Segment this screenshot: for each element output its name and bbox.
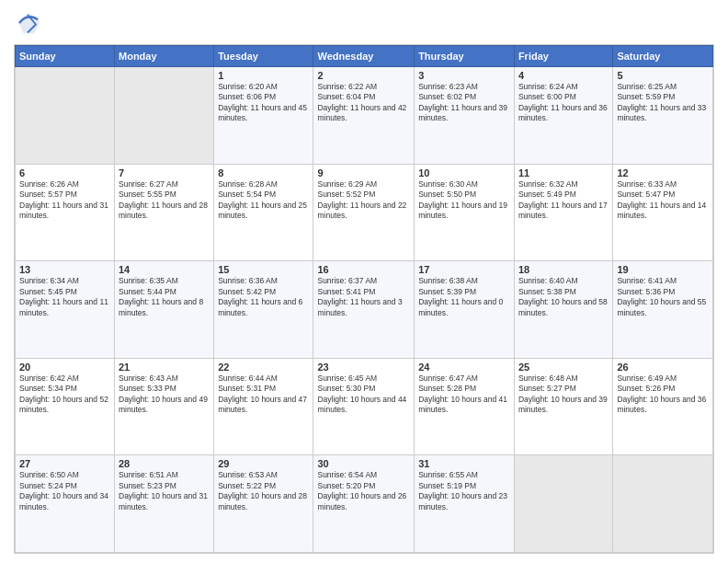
calendar-cell: 14Sunrise: 6:35 AMSunset: 5:44 PMDayligh… (115, 261, 214, 359)
calendar-cell: 20Sunrise: 6:42 AMSunset: 5:34 PMDayligh… (16, 358, 115, 455)
calendar-cell: 2Sunrise: 6:22 AMSunset: 6:04 PMDaylight… (313, 67, 415, 165)
calendar-cell: 13Sunrise: 6:34 AMSunset: 5:45 PMDayligh… (16, 261, 115, 359)
day-info: Sunrise: 6:43 AMSunset: 5:33 PMDaylight:… (119, 373, 210, 416)
calendar-cell: 7Sunrise: 6:27 AMSunset: 5:55 PMDaylight… (115, 164, 214, 261)
day-info: Sunrise: 6:23 AMSunset: 6:02 PMDaylight:… (418, 82, 510, 124)
calendar-table: SundayMondayTuesdayWednesdayThursdayFrid… (15, 45, 713, 553)
day-number: 16 (317, 264, 410, 275)
day-info: Sunrise: 6:33 AMSunset: 5:47 PMDaylight:… (617, 179, 709, 222)
day-number: 9 (317, 167, 410, 178)
calendar-cell: 3Sunrise: 6:23 AMSunset: 6:02 PMDaylight… (415, 67, 515, 165)
day-info: Sunrise: 6:29 AMSunset: 5:52 PMDaylight:… (317, 179, 410, 222)
calendar-cell: 26Sunrise: 6:49 AMSunset: 5:26 PMDayligh… (613, 358, 713, 455)
weekday-header-tuesday: Tuesday (214, 46, 313, 67)
week-row-3: 20Sunrise: 6:42 AMSunset: 5:34 PMDayligh… (16, 358, 713, 455)
calendar-cell: 12Sunrise: 6:33 AMSunset: 5:47 PMDayligh… (613, 164, 713, 261)
day-info: Sunrise: 6:44 AMSunset: 5:31 PMDaylight:… (218, 373, 309, 416)
weekday-row: SundayMondayTuesdayWednesdayThursdayFrid… (16, 46, 713, 67)
day-number: 3 (418, 70, 510, 81)
calendar-cell: 29Sunrise: 6:53 AMSunset: 5:22 PMDayligh… (214, 455, 313, 553)
day-info: Sunrise: 6:50 AMSunset: 5:24 PMDaylight:… (19, 470, 110, 512)
day-info: Sunrise: 6:54 AMSunset: 5:20 PMDaylight:… (317, 470, 410, 512)
day-number: 21 (119, 362, 210, 373)
calendar-cell: 23Sunrise: 6:45 AMSunset: 5:30 PMDayligh… (313, 358, 415, 455)
calendar-cell: 8Sunrise: 6:28 AMSunset: 5:54 PMDaylight… (214, 164, 313, 261)
calendar-cell: 10Sunrise: 6:30 AMSunset: 5:50 PMDayligh… (415, 164, 515, 261)
day-info: Sunrise: 6:22 AMSunset: 6:04 PMDaylight:… (317, 82, 410, 124)
day-info: Sunrise: 6:24 AMSunset: 6:00 PMDaylight:… (518, 82, 609, 124)
calendar-cell: 6Sunrise: 6:26 AMSunset: 5:57 PMDaylight… (16, 164, 115, 261)
calendar-cell: 11Sunrise: 6:32 AMSunset: 5:49 PMDayligh… (514, 164, 612, 261)
day-number: 15 (218, 264, 309, 275)
weekday-header-thursday: Thursday (415, 46, 515, 67)
day-info: Sunrise: 6:32 AMSunset: 5:49 PMDaylight:… (518, 179, 609, 222)
weekday-header-wednesday: Wednesday (313, 46, 415, 67)
week-row-4: 27Sunrise: 6:50 AMSunset: 5:24 PMDayligh… (16, 455, 713, 553)
day-number: 19 (617, 264, 709, 275)
day-info: Sunrise: 6:37 AMSunset: 5:41 PMDaylight:… (317, 276, 410, 318)
calendar-cell: 18Sunrise: 6:40 AMSunset: 5:38 PMDayligh… (514, 261, 612, 359)
logo (14, 9, 45, 37)
calendar-cell (115, 67, 214, 165)
calendar-body: 1Sunrise: 6:20 AMSunset: 6:06 PMDaylight… (16, 67, 713, 553)
calendar-cell: 4Sunrise: 6:24 AMSunset: 6:00 PMDaylight… (514, 67, 612, 165)
day-number: 27 (19, 458, 110, 469)
day-info: Sunrise: 6:26 AMSunset: 5:57 PMDaylight:… (19, 179, 110, 222)
day-info: Sunrise: 6:30 AMSunset: 5:50 PMDaylight:… (418, 179, 510, 222)
calendar-cell: 28Sunrise: 6:51 AMSunset: 5:23 PMDayligh… (115, 455, 214, 553)
calendar-cell: 9Sunrise: 6:29 AMSunset: 5:52 PMDaylight… (313, 164, 415, 261)
calendar: SundayMondayTuesdayWednesdayThursdayFrid… (14, 44, 714, 554)
day-info: Sunrise: 6:25 AMSunset: 5:59 PMDaylight:… (617, 82, 709, 124)
day-number: 28 (119, 458, 210, 469)
calendar-cell: 16Sunrise: 6:37 AMSunset: 5:41 PMDayligh… (313, 261, 415, 359)
day-info: Sunrise: 6:53 AMSunset: 5:22 PMDaylight:… (218, 470, 309, 512)
day-info: Sunrise: 6:42 AMSunset: 5:34 PMDaylight:… (19, 373, 110, 416)
day-number: 6 (19, 167, 110, 178)
day-number: 23 (317, 362, 410, 373)
day-number: 13 (19, 264, 110, 275)
day-number: 22 (218, 362, 309, 373)
day-number: 30 (317, 458, 410, 469)
day-number: 25 (518, 362, 609, 373)
day-info: Sunrise: 6:47 AMSunset: 5:28 PMDaylight:… (418, 373, 510, 416)
day-number: 8 (218, 167, 309, 178)
day-number: 11 (518, 167, 609, 178)
day-number: 24 (418, 362, 510, 373)
day-info: Sunrise: 6:38 AMSunset: 5:39 PMDaylight:… (418, 276, 510, 318)
weekday-header-friday: Friday (514, 46, 612, 67)
calendar-cell: 24Sunrise: 6:47 AMSunset: 5:28 PMDayligh… (415, 358, 515, 455)
day-info: Sunrise: 6:35 AMSunset: 5:44 PMDaylight:… (119, 276, 210, 318)
day-number: 17 (418, 264, 510, 275)
calendar-cell: 30Sunrise: 6:54 AMSunset: 5:20 PMDayligh… (313, 455, 415, 553)
day-info: Sunrise: 6:48 AMSunset: 5:27 PMDaylight:… (518, 373, 609, 416)
calendar-cell: 25Sunrise: 6:48 AMSunset: 5:27 PMDayligh… (514, 358, 612, 455)
day-info: Sunrise: 6:27 AMSunset: 5:55 PMDaylight:… (119, 179, 210, 222)
day-number: 14 (119, 264, 210, 275)
weekday-header-monday: Monday (115, 46, 214, 67)
calendar-cell (16, 67, 115, 165)
day-info: Sunrise: 6:49 AMSunset: 5:26 PMDaylight:… (617, 373, 709, 416)
day-info: Sunrise: 6:36 AMSunset: 5:42 PMDaylight:… (218, 276, 309, 318)
calendar-cell: 5Sunrise: 6:25 AMSunset: 5:59 PMDaylight… (613, 67, 713, 165)
week-row-0: 1Sunrise: 6:20 AMSunset: 6:06 PMDaylight… (16, 67, 713, 165)
week-row-2: 13Sunrise: 6:34 AMSunset: 5:45 PMDayligh… (16, 261, 713, 359)
calendar-cell: 31Sunrise: 6:55 AMSunset: 5:19 PMDayligh… (415, 455, 515, 553)
day-info: Sunrise: 6:41 AMSunset: 5:36 PMDaylight:… (617, 276, 709, 318)
calendar-cell: 27Sunrise: 6:50 AMSunset: 5:24 PMDayligh… (16, 455, 115, 553)
day-number: 2 (317, 70, 410, 81)
day-number: 10 (418, 167, 510, 178)
day-info: Sunrise: 6:51 AMSunset: 5:23 PMDaylight:… (119, 470, 210, 512)
week-row-1: 6Sunrise: 6:26 AMSunset: 5:57 PMDaylight… (16, 164, 713, 261)
day-number: 20 (19, 362, 110, 373)
day-number: 7 (119, 167, 210, 178)
day-info: Sunrise: 6:55 AMSunset: 5:19 PMDaylight:… (418, 470, 510, 512)
day-number: 1 (218, 70, 309, 81)
calendar-cell (514, 455, 612, 553)
day-info: Sunrise: 6:45 AMSunset: 5:30 PMDaylight:… (317, 373, 410, 416)
calendar-cell: 17Sunrise: 6:38 AMSunset: 5:39 PMDayligh… (415, 261, 515, 359)
calendar-header: SundayMondayTuesdayWednesdayThursdayFrid… (16, 46, 713, 67)
day-info: Sunrise: 6:28 AMSunset: 5:54 PMDaylight:… (218, 179, 309, 222)
day-info: Sunrise: 6:20 AMSunset: 6:06 PMDaylight:… (218, 82, 309, 124)
page: SundayMondayTuesdayWednesdayThursdayFrid… (0, 0, 728, 563)
calendar-cell: 19Sunrise: 6:41 AMSunset: 5:36 PMDayligh… (613, 261, 713, 359)
